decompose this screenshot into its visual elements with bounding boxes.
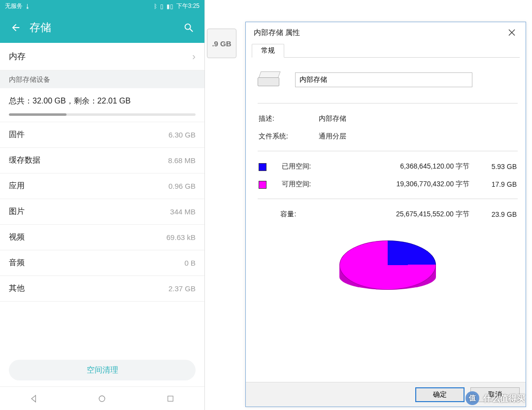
square-icon bbox=[166, 394, 175, 403]
tab-bar: 常规 bbox=[252, 43, 520, 58]
storage-row[interactable]: 视频69.63 kB bbox=[0, 225, 204, 250]
row-used: 已用空间: 6,368,645,120.00 字节 5.93 GB bbox=[257, 158, 519, 175]
fs-value: 通用分层 bbox=[317, 128, 519, 145]
mobile-panel: 无服务 ⭳ ᛒ ▯ ▮▯ 下午3:25 存储 内存 › 内部存储设备 bbox=[0, 0, 205, 410]
row-label: 应用 bbox=[9, 181, 25, 191]
row-desc: 描述: 内部存储 bbox=[257, 110, 519, 127]
close-button[interactable] bbox=[503, 26, 521, 39]
row-label: 图片 bbox=[9, 206, 25, 217]
svg-rect-3 bbox=[168, 396, 173, 401]
storage-row[interactable]: 固件6.30 GB bbox=[0, 122, 204, 148]
row-value: 2.37 GB bbox=[168, 284, 196, 293]
cap-label: 容量: bbox=[278, 206, 348, 223]
back-button[interactable] bbox=[9, 21, 23, 34]
row-value: 0 B bbox=[184, 259, 196, 267]
download-icon: ⭳ bbox=[25, 3, 31, 10]
storage-row[interactable]: 缓存数据8.68 MB bbox=[0, 148, 204, 173]
chevron-right-icon: › bbox=[192, 51, 196, 62]
svg-point-2 bbox=[100, 396, 105, 402]
capacity-pie-chart bbox=[339, 234, 436, 298]
svg-point-0 bbox=[185, 24, 191, 30]
storage-summary: 总共：32.00 GB，剩余：22.01 GB bbox=[0, 88, 204, 122]
name-input[interactable] bbox=[295, 72, 472, 87]
svg-line-1 bbox=[190, 29, 193, 32]
free-size: 17.9 GB bbox=[472, 176, 519, 193]
drive-icon bbox=[258, 71, 281, 88]
storage-row[interactable]: 图片344 MB bbox=[0, 199, 204, 225]
cap-bytes: 25,675,415,552.00 字节 bbox=[349, 206, 471, 223]
nav-recent[interactable] bbox=[161, 389, 180, 409]
battery-icon: ▮▯ bbox=[166, 3, 173, 10]
tab-general[interactable]: 常规 bbox=[252, 44, 284, 58]
cap-size: 23.9 GB bbox=[472, 206, 519, 223]
watermark-badge: 值 bbox=[466, 391, 479, 405]
usage-bar-fill bbox=[9, 113, 66, 116]
status-bar: 无服务 ⭳ ᛒ ▯ ▮▯ 下午3:25 bbox=[0, 0, 204, 12]
arrow-left-icon bbox=[10, 22, 21, 33]
row-value: 0.96 GB bbox=[168, 182, 196, 190]
properties-dialog: 内部存储 属性 常规 描述: 内部存储 bbox=[245, 22, 526, 407]
used-size: 5.93 GB bbox=[472, 158, 519, 175]
summary-text: 总共：32.00 GB，剩余：22.01 GB bbox=[9, 96, 196, 106]
row-label: 音频 bbox=[9, 258, 25, 268]
bluetooth-icon: ᛒ bbox=[154, 3, 157, 10]
watermark-text: 什么值得买 bbox=[483, 393, 525, 404]
row-label: 缓存数据 bbox=[9, 155, 40, 166]
free-swatch bbox=[259, 181, 266, 189]
nav-back[interactable] bbox=[24, 389, 44, 409]
fs-label: 文件系统: bbox=[257, 128, 316, 145]
page-title: 存储 bbox=[30, 20, 182, 35]
row-label: 固件 bbox=[9, 130, 25, 140]
used-label: 已用空间: bbox=[280, 158, 349, 175]
usage-bar bbox=[9, 113, 196, 116]
status-time: 下午3:25 bbox=[176, 2, 200, 10]
storage-row[interactable]: 应用0.96 GB bbox=[0, 173, 204, 199]
watermark: 值 什么值得买 bbox=[466, 391, 525, 405]
ok-button[interactable]: 确定 bbox=[415, 387, 465, 402]
sim-icon: ▯ bbox=[160, 3, 164, 10]
section-header: 内部存储设备 bbox=[0, 70, 204, 88]
nav-home[interactable] bbox=[92, 389, 112, 409]
row-fs: 文件系统: 通用分层 bbox=[257, 128, 519, 145]
desc-value: 内部存储 bbox=[317, 110, 519, 127]
memory-label: 内存 bbox=[9, 51, 26, 62]
search-icon bbox=[183, 22, 194, 33]
close-icon bbox=[508, 29, 515, 36]
dialog-titlebar: 内部存储 属性 bbox=[246, 22, 526, 43]
used-swatch bbox=[259, 163, 266, 171]
row-value: 8.68 MB bbox=[168, 156, 196, 165]
row-free: 可用空间: 19,306,770,432.00 字节 17.9 GB bbox=[257, 176, 519, 193]
app-bar: 存储 bbox=[0, 12, 204, 43]
clean-button[interactable]: 空间清理 bbox=[9, 360, 196, 380]
search-button[interactable] bbox=[182, 21, 196, 34]
row-value: 344 MB bbox=[170, 207, 196, 216]
row-value: 6.30 GB bbox=[168, 131, 196, 139]
circle-icon bbox=[97, 394, 107, 404]
dialog-title: 内部存储 属性 bbox=[254, 28, 300, 37]
row-label: 视频 bbox=[9, 232, 25, 242]
row-value: 69.63 kB bbox=[166, 233, 196, 241]
storage-row[interactable]: 其他2.37 GB bbox=[0, 276, 204, 302]
triangle-left-icon bbox=[29, 394, 39, 404]
storage-rows: 固件6.30 GB缓存数据8.68 MB应用0.96 GB图片344 MB视频6… bbox=[0, 122, 204, 360]
desc-label: 描述: bbox=[257, 110, 316, 127]
used-bytes: 6,368,645,120.00 字节 bbox=[350, 158, 472, 175]
free-label: 可用空间: bbox=[280, 176, 349, 193]
nav-bar bbox=[0, 386, 204, 410]
storage-row[interactable]: 音频0 B bbox=[0, 250, 204, 276]
memory-row[interactable]: 内存 › bbox=[0, 43, 204, 70]
status-carrier: 无服务 bbox=[5, 2, 23, 10]
row-label: 其他 bbox=[9, 283, 25, 294]
background-item: .9 GB bbox=[207, 29, 236, 58]
row-capacity: 容量: 25,675,415,552.00 字节 23.9 GB bbox=[257, 206, 519, 223]
free-bytes: 19,306,770,432.00 字节 bbox=[350, 176, 472, 193]
